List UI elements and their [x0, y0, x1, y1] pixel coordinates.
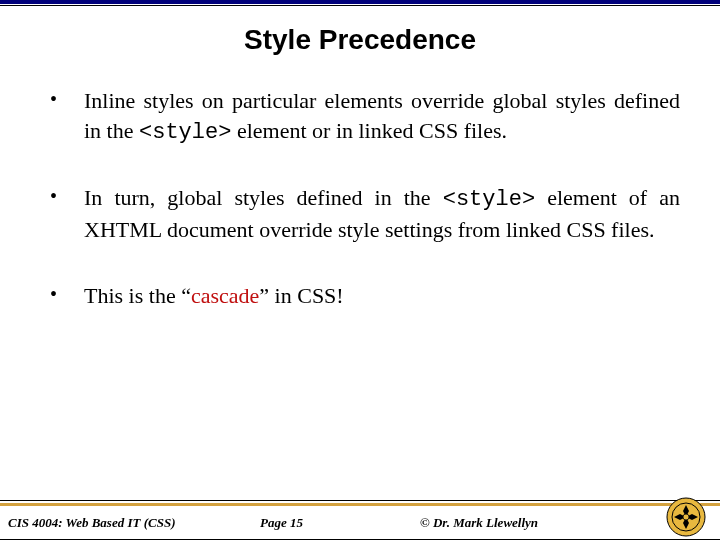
ucf-logo-icon [666, 497, 706, 537]
bullet-text: This is the “cascade” in CSS! [84, 281, 680, 311]
content-area: • Inline styles on particular elements o… [0, 86, 720, 310]
bullet-item: • Inline styles on particular elements o… [50, 86, 680, 147]
bullet-item: • This is the “cascade” in CSS! [50, 281, 680, 311]
top-border [0, 0, 720, 4]
footer: CIS 4004: Web Based IT (CSS) Page 15 © D… [0, 500, 720, 540]
bullet-item: • In turn, global styles defined in the … [50, 183, 680, 244]
thin-divider [0, 5, 720, 6]
bullet-text: Inline styles on particular elements ove… [84, 86, 680, 147]
bullet-marker: • [50, 183, 84, 210]
svg-point-2 [683, 514, 689, 520]
footer-course: CIS 4004: Web Based IT (CSS) [0, 515, 260, 531]
bullet-marker: • [50, 86, 84, 113]
highlight-word: cascade [191, 283, 259, 308]
slide-title: Style Precedence [0, 24, 720, 56]
bullet-text: In turn, global styles defined in the <s… [84, 183, 680, 244]
footer-bar: CIS 4004: Web Based IT (CSS) Page 15 © D… [0, 506, 720, 540]
code-literal: <style> [139, 120, 231, 145]
text-part: ” in CSS! [259, 283, 343, 308]
code-literal: <style> [443, 187, 535, 212]
text-part: In turn, global styles defined in the [84, 185, 443, 210]
footer-page-number: Page 15 [260, 515, 380, 531]
bullet-marker: • [50, 281, 84, 308]
footer-divider [0, 500, 720, 501]
text-part: element or in linked CSS files. [231, 118, 507, 143]
text-part: This is the “ [84, 283, 191, 308]
